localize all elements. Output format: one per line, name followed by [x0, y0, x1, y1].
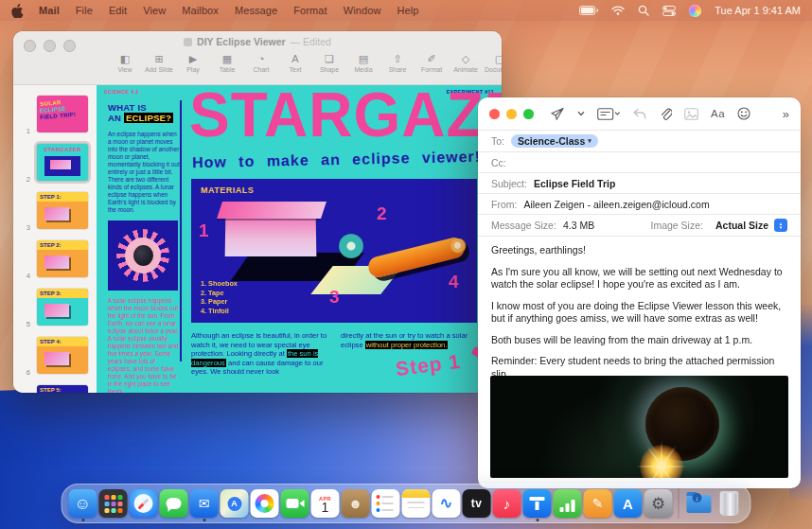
image-size-select[interactable]: Image Size: Actual Size ▴▾ [651, 219, 787, 232]
share-icon: ⇧ [393, 53, 401, 65]
running-indicator [536, 519, 538, 521]
materials-number-3: 3 [329, 287, 340, 308]
slide-thumbnail-2[interactable]: STARGAZER [37, 144, 88, 181]
attach-icon[interactable] [659, 107, 672, 121]
dock-finder[interactable]: ☺ [69, 489, 97, 518]
format-text-icon[interactable]: Aa [711, 108, 725, 119]
to-recipient-token[interactable]: Science-Class▾ [511, 134, 598, 148]
dock-music[interactable]: ♪ [493, 489, 521, 518]
contacts-icon: ☻ [348, 497, 362, 510]
toolbar-add-slide[interactable]: ⊞Add Slide [142, 53, 176, 73]
menu-window[interactable]: Window [344, 5, 381, 16]
subject-field[interactable]: Subject: Eclipse Field Trip [478, 172, 801, 193]
menu-mailbox[interactable]: Mailbox [182, 5, 219, 16]
control-center-icon[interactable] [662, 6, 676, 16]
slide-thumbnail-7[interactable]: STEP 5: [37, 385, 88, 393]
from-value: Aileen Zeigen - aileen.zeigen@icloud.com [523, 199, 709, 210]
music-icon: ♪ [503, 497, 511, 511]
slide-thumbnail-4[interactable]: STEP 2: [37, 240, 88, 277]
thumb-artwork [44, 256, 69, 269]
close-button[interactable] [489, 109, 500, 119]
slide-thumbnail-row: 6STEP 4: [21, 334, 91, 377]
eclipse-photo-attachment[interactable] [490, 376, 788, 478]
apple-menu-icon[interactable] [11, 4, 24, 18]
toolbar-chart[interactable]: ◔Chart [244, 53, 278, 73]
dock-trash[interactable] [715, 489, 744, 518]
dock-freeform[interactable]: ∿ [432, 489, 461, 518]
caution-column-2: directly at the sun or try to watch a so… [341, 331, 483, 349]
dock-numbers[interactable] [554, 489, 582, 518]
toolbar-view[interactable]: ◧View [108, 53, 142, 73]
minimize-button[interactable] [506, 109, 517, 119]
mail-traffic-lights[interactable] [489, 109, 534, 119]
toolbar-media[interactable]: ▤Media [346, 53, 380, 73]
toolbar-label: Share [389, 66, 407, 73]
menu-file[interactable]: File [76, 5, 93, 16]
battery-icon[interactable] [579, 6, 598, 15]
menu-clock[interactable]: Tue Apr 1 9:41 AM [715, 5, 801, 16]
dock-calendar[interactable]: APR1 [311, 489, 340, 518]
dock-tv[interactable]: tv [463, 489, 491, 518]
toolbar-share[interactable]: ⇧Share [380, 53, 415, 73]
menu-mail[interactable]: Mail [39, 5, 60, 16]
toolbar-play[interactable]: ▶Play [176, 53, 210, 73]
dock-notes[interactable] [402, 489, 431, 518]
toolbar-animate[interactable]: ◇Animate [449, 53, 483, 73]
materials-list-item: 3. Paper [201, 297, 238, 307]
dock-facetime[interactable] [281, 489, 309, 518]
search-icon[interactable] [638, 5, 649, 16]
toolbar-table[interactable]: ▦Table [210, 53, 244, 73]
header-fields-icon[interactable] [597, 108, 620, 120]
slide-thumbnail-3[interactable]: STEP 1: [37, 192, 88, 229]
slide-thumbnail-row: 1SOLARECLIPSEFIELD TRIP! [21, 93, 91, 135]
to-field[interactable]: To: Science-Class▾ [478, 130, 801, 151]
dock-settings[interactable]: ⚙ [644, 489, 673, 518]
dock-appstore[interactable]: A [614, 489, 643, 518]
slide-thumbnail-1[interactable]: SOLARECLIPSEFIELD TRIP! [37, 96, 88, 132]
emoji-icon[interactable] [737, 107, 750, 120]
cc-field[interactable]: Cc: [478, 151, 801, 172]
keynote-title-row: DIY Eclipse Viewer — Edited [13, 31, 502, 52]
toolbar-label: Animate [453, 66, 478, 73]
slide-thumbnail-6[interactable]: STEP 4: [37, 337, 88, 374]
dock-launchpad[interactable] [99, 489, 128, 518]
keynote-traffic-lights[interactable] [24, 40, 76, 52]
subject-label: Subject: [491, 178, 527, 189]
send-icon[interactable] [550, 107, 565, 121]
dock-pages[interactable]: ✎ [584, 489, 612, 518]
slide-canvas[interactable]: SCIENCE 4.2 EXPERIMENT #11 WHAT IS AN EC… [97, 85, 502, 393]
dock-reminders[interactable] [372, 489, 400, 518]
dock-messages[interactable] [160, 489, 188, 518]
toolbar-label: Table [220, 66, 236, 73]
menu-view[interactable]: View [143, 5, 166, 16]
chart-icon: ◔ [258, 53, 265, 65]
menu-format[interactable]: Format [293, 5, 327, 16]
dock-mail[interactable]: ✉ [190, 489, 219, 518]
menu-message[interactable]: Message [235, 5, 277, 16]
subject-value: Eclipse Field Trip [534, 178, 615, 189]
toolbar-label: Text [290, 66, 302, 73]
siri-icon[interactable] [689, 5, 701, 17]
dock-maps[interactable]: A [221, 489, 249, 518]
message-body[interactable]: Greetings, earthlings!As I'm sure you al… [478, 236, 801, 376]
select-stepper-icon[interactable]: ▴▾ [774, 219, 787, 232]
toolbar-document[interactable]: ▢Document [483, 53, 502, 73]
dock-safari[interactable] [130, 489, 158, 518]
send-options-chevron-icon[interactable] [577, 111, 585, 116]
menu-edit[interactable]: Edit [109, 5, 127, 16]
body-paragraph: Reminder: Every student needs to bring t… [491, 355, 787, 376]
dock-downloads[interactable]: ↓ [685, 489, 714, 518]
zoom-button[interactable] [523, 109, 534, 119]
menu-help[interactable]: Help [397, 5, 418, 16]
toolbar-shape[interactable]: ❏Shape [312, 53, 346, 73]
toolbar-text[interactable]: AText [278, 53, 312, 73]
toolbar-overflow-icon[interactable]: » [783, 107, 789, 121]
shoebox-illustration [225, 215, 317, 256]
toolbar-format[interactable]: ✐Format [415, 53, 449, 73]
from-field[interactable]: From: Aileen Zeigen - aileen.zeigen@iclo… [478, 193, 801, 214]
wifi-icon[interactable] [611, 6, 625, 15]
slide-thumbnail-5[interactable]: STEP 3: [37, 289, 88, 326]
dock-photos[interactable] [251, 489, 279, 518]
dock-keynote[interactable] [523, 489, 552, 518]
dock-contacts[interactable]: ☻ [342, 489, 370, 518]
